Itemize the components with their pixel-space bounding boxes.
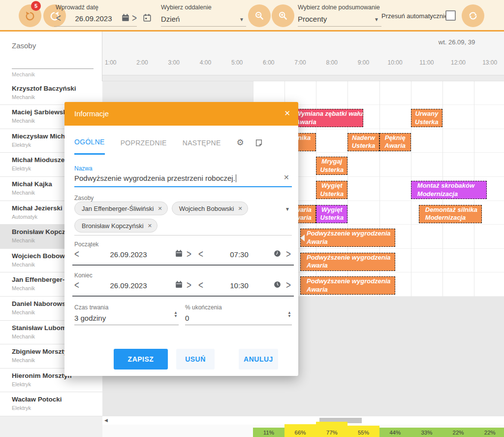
task-bar[interactable]: Podwyższenie wygrodzeniaAwaria	[300, 253, 395, 271]
date-input[interactable]: 26.09.2023	[69, 14, 118, 23]
summary-percent-label: 22%	[474, 430, 504, 436]
chip-remove-icon[interactable]: ✕	[238, 205, 242, 212]
start-time-input[interactable]: 07:30	[212, 250, 266, 259]
percent-stepper[interactable]: ▲▼	[287, 311, 291, 318]
zoom-out-button[interactable]	[248, 4, 271, 27]
task-bar[interactable]: Wymiana zębatki wałuAwaria	[292, 109, 363, 127]
resource-chip[interactable]: Wojciech Bobowski✕	[172, 202, 248, 215]
resource-filter-underline[interactable]	[12, 68, 94, 69]
start-date-input[interactable]: 26.09.2023	[87, 250, 170, 259]
toolbar: 5 Wprowadź datę < 26.09.2023 > Wybierz o…	[0, 0, 504, 32]
resource-role: Mechanik	[12, 285, 35, 291]
summary-percent-label: 44%	[379, 430, 411, 436]
today-calendar-icon[interactable]	[143, 13, 152, 22]
task-bar[interactable]: Podwyższenie wygrodzeniaAwaria	[300, 276, 395, 295]
resource-name: Hieronim Morsztyn	[12, 372, 72, 379]
name-input[interactable]: Podwyższenie wygrodzenia przestrzeni rob…	[74, 174, 236, 182]
end-date-next-chevron[interactable]: >	[187, 279, 191, 291]
end-row-underline	[72, 296, 294, 297]
calendar-icon[interactable]	[175, 249, 183, 258]
bottom-summary-select-label: Wybierz dolne podsumowanie	[298, 4, 380, 11]
resource-name: Wojciech Bobowsk	[12, 252, 72, 260]
start-date-next-chevron[interactable]: >	[187, 248, 191, 260]
resource-chip[interactable]: Jan Effenberger-Śliwiński✕	[74, 202, 168, 215]
end-date-input[interactable]: 26.09.2023	[87, 281, 170, 290]
duration-input[interactable]: 3 godziny	[74, 314, 106, 322]
duration-stepper[interactable]: ▲▼	[174, 311, 178, 318]
end-time-prev-chevron[interactable]: <	[198, 279, 203, 291]
delete-button[interactable]: USUŃ	[176, 349, 215, 370]
date-next-chevron[interactable]: >	[132, 12, 137, 24]
cancel-button[interactable]: ANULUJ	[239, 349, 278, 370]
percent-input[interactable]: 0	[185, 314, 189, 322]
scroll-left-arrow-icon[interactable]: ◀	[104, 418, 108, 423]
chip-remove-icon[interactable]: ✕	[148, 223, 152, 229]
task-name: Wygięt	[316, 206, 347, 214]
resources-underline	[74, 235, 292, 235]
resource-name: Mieczysław Michal	[12, 133, 70, 140]
task-name: Wygięt	[316, 182, 347, 190]
note-icon[interactable]	[255, 139, 263, 154]
resource-name: Maciej Sarbiewski	[12, 108, 69, 116]
task-bar[interactable]: Demontaż silnikaModernizacja	[419, 205, 482, 223]
task-left-notch	[300, 235, 305, 241]
bottom-summary-select[interactable]: Procenty	[298, 15, 327, 23]
task-bar[interactable]: WygiętUsterka	[316, 205, 347, 223]
tab-poprzednie[interactable]: POPRZEDNIE	[121, 139, 167, 154]
task-bar[interactable]: UrwanyUsterka	[411, 109, 442, 127]
resource-role: Mechanik	[12, 334, 35, 339]
task-bar[interactable]: WygiętUsterka	[316, 181, 347, 199]
resource-role: Elektryk	[12, 405, 31, 411]
summary-percent-label: 11%	[253, 430, 284, 436]
zoom-select-arrow-icon[interactable]: ▼	[239, 17, 244, 22]
start-date-prev-chevron[interactable]: <	[74, 248, 79, 260]
task-bar[interactable]: NaderwUsterka	[347, 133, 379, 151]
dialog-title: Informacje	[74, 109, 109, 118]
tab-następne[interactable]: NASTĘPNE	[183, 139, 221, 154]
bottom-summary-arrow-icon[interactable]: ▼	[374, 17, 379, 22]
resource-row[interactable]: Krzysztof BaczyńskiMechanik	[0, 81, 102, 105]
resource-row[interactable]: Wacław PotockiElektryk	[0, 392, 102, 416]
close-icon[interactable]: ✕	[284, 109, 290, 118]
resource-role: Automatyk	[12, 214, 37, 220]
resources-panel-title: Zasoby	[12, 41, 36, 50]
date-field-label: Wprowadź datę	[56, 4, 98, 11]
summary-percent-label: 55%	[347, 430, 379, 436]
date-prev-chevron[interactable]: <	[56, 12, 61, 24]
resource-chip[interactable]: Bronisław Kopczyński✕	[74, 219, 158, 233]
calendar-icon[interactable]	[121, 13, 130, 22]
end-time-next-chevron[interactable]: >	[286, 279, 291, 291]
save-button[interactable]: ZAPISZ	[114, 349, 168, 370]
task-type: Awaria	[307, 286, 395, 294]
clear-name-icon[interactable]: ✕	[284, 173, 289, 181]
resources-dropdown-arrow-icon[interactable]: ▼	[285, 206, 290, 212]
autoshift-checkbox[interactable]	[445, 10, 456, 21]
refresh-icon	[468, 10, 478, 21]
tab-ogólne[interactable]: OGÓLNE	[74, 138, 105, 155]
start-time-prev-chevron[interactable]: <	[198, 248, 203, 260]
clock-icon[interactable]	[273, 280, 282, 289]
task-bar[interactable]: PęknięAwaria	[379, 133, 411, 151]
task-type: Awaria	[307, 238, 395, 246]
start-time-next-chevron[interactable]: >	[286, 248, 291, 260]
settings-gears-icon[interactable]: ⚙	[237, 137, 244, 155]
task-name: Montaż skrobaków	[417, 182, 486, 190]
zoom-out-icon	[254, 10, 265, 21]
clock-icon[interactable]	[273, 249, 282, 258]
end-time-input[interactable]: 10:30	[212, 281, 266, 290]
summary-percent-label: 66%	[284, 430, 316, 436]
task-type: Usterka	[316, 166, 347, 174]
zoom-select[interactable]: Dzień	[161, 15, 180, 23]
calendar-icon[interactable]	[175, 280, 183, 289]
task-bar[interactable]: MrygajUsterka	[316, 157, 347, 175]
dialog-header[interactable]: Informacje ✕	[64, 102, 298, 126]
horizontal-scrollbar[interactable]: ◀	[102, 416, 504, 425]
task-bar[interactable]: Montaż skrobakówModernizacja	[411, 181, 487, 199]
task-bar[interactable]: Podwyższenie wygrodzeniaAwaria	[300, 229, 395, 247]
resource-role: Elektryk	[12, 142, 31, 148]
info-dialog: Informacje ✕ OGÓLNEPOPRZEDNIENASTĘPNE⚙ N…	[64, 102, 298, 376]
end-date-prev-chevron[interactable]: <	[74, 279, 79, 291]
zoom-in-button[interactable]	[272, 4, 294, 27]
chip-remove-icon[interactable]: ✕	[158, 205, 162, 212]
refresh-button[interactable]	[462, 4, 484, 27]
